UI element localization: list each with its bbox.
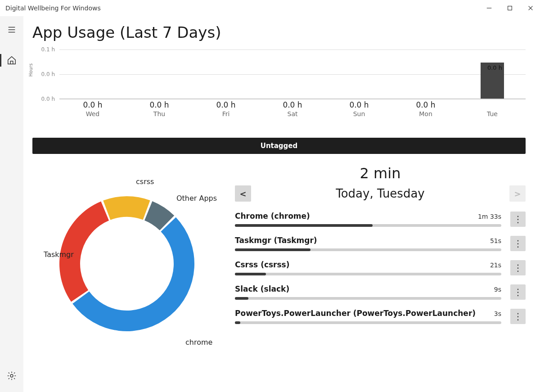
hamburger-icon: [7, 25, 17, 35]
sidebar-item-settings[interactable]: [3, 367, 21, 385]
main-content: App Usage (Last 7 Days) Hours 0.0 h 0.0 …: [23, 16, 540, 392]
maximize-button[interactable]: [506, 4, 514, 12]
bar-x-tick: 0.0 hSat: [270, 100, 315, 117]
app-time-label: 21s: [490, 261, 501, 269]
page-title: App Usage (Last 7 Days): [32, 23, 526, 41]
app-name-label: PowerToys.PowerLauncher (PowerToys.Power…: [235, 309, 476, 318]
bar-day-label: Fri: [203, 110, 248, 117]
sidebar: [0, 16, 23, 392]
bar-day-label: Tue: [470, 110, 515, 117]
next-day-button[interactable]: >: [509, 185, 526, 202]
bar-value-label: 0.0 h: [270, 100, 315, 109]
app-row-menu-button[interactable]: ⋮: [510, 260, 526, 275]
tag-legend-label: Untagged: [261, 142, 298, 150]
usage-detail-panel: 2 min < Today, Tuesday > Chrome (chrome)…: [221, 165, 526, 338]
kebab-icon: ⋮: [513, 238, 522, 249]
bar-value-label: 0.0 h: [203, 100, 248, 109]
previous-day-button[interactable]: <: [235, 185, 251, 202]
app-row-menu-button[interactable]: ⋮: [510, 236, 526, 251]
sidebar-item-home[interactable]: [3, 51, 21, 69]
app-name-label: Slack (slack): [235, 284, 289, 293]
bar-day-label: Sat: [270, 110, 315, 117]
app-row-menu-button[interactable]: ⋮: [510, 212, 526, 227]
app-usage-bar: [235, 321, 501, 324]
weekly-bar-chart: Hours 0.0 h 0.0 h 0.1 h 0.0 hWed0.0 hThu…: [32, 50, 526, 117]
bar-value-label: 0.0 h: [487, 64, 502, 71]
app-usage-row: Slack (slack)9s⋮: [235, 284, 526, 300]
bar: 0.0 h: [481, 63, 504, 99]
kebab-icon: ⋮: [513, 214, 522, 225]
app-row-menu-button[interactable]: ⋮: [510, 309, 526, 324]
app-usage-row: Taskmgr (Taskmgr)51s⋮: [235, 236, 526, 251]
bar-value-label: 0.0 h: [337, 100, 382, 109]
donut-label-other: Other Apps: [176, 194, 217, 203]
bar-x-tick: 0.0 hWed: [70, 100, 115, 117]
current-day-label: Today, Tuesday: [336, 187, 425, 200]
kebab-icon: ⋮: [513, 262, 522, 273]
home-icon: [7, 55, 17, 65]
app-time-label: 3s: [494, 310, 501, 317]
bar-day-label: Thu: [137, 110, 182, 117]
donut-label-taskmgr: Taskmgr: [44, 250, 74, 259]
kebab-icon: ⋮: [513, 287, 522, 297]
svg-point-7: [10, 374, 13, 377]
svg-rect-1: [508, 6, 512, 10]
bar-x-tick: Tue: [470, 109, 515, 117]
app-name-label: Csrss (csrss): [235, 260, 290, 269]
bar-x-tick: 0.0 hThu: [137, 100, 182, 117]
app-time-label: 51s: [490, 237, 501, 244]
y-tick: 0.0 h: [41, 71, 55, 77]
bar-x-tick: 0.0 hFri: [203, 100, 248, 117]
donut-label-chrome: chrome: [185, 338, 212, 347]
minimize-button[interactable]: [485, 4, 493, 12]
donut-chart: csrss Other Apps Taskmgr chrome: [32, 165, 221, 338]
bar-value-label: 0.0 h: [137, 100, 182, 109]
bar-day-label: Wed: [70, 110, 115, 117]
app-row-menu-button[interactable]: ⋮: [510, 284, 526, 300]
app-usage-bar: [235, 297, 501, 300]
title-bar: Digital Wellbeing For Windows: [0, 0, 540, 16]
tag-legend-untagged[interactable]: Untagged: [32, 138, 526, 154]
hamburger-button[interactable]: [3, 21, 21, 39]
app-usage-bar: [235, 273, 501, 275]
app-usage-row: PowerToys.PowerLauncher (PowerToys.Power…: [235, 309, 526, 324]
donut-label-csrss: csrss: [136, 177, 154, 186]
close-icon: [527, 5, 534, 11]
window-controls: [485, 4, 535, 12]
app-usage-bar: [235, 224, 501, 227]
gear-icon: [7, 371, 17, 381]
app-usage-bar: [235, 248, 501, 251]
close-button[interactable]: [526, 4, 535, 12]
app-name-label: Taskmgr (Taskmgr): [235, 236, 317, 245]
bar-value-label: 0.0 h: [403, 100, 448, 109]
bar-day-label: Sun: [337, 110, 382, 117]
bar-value-label: 0.0 h: [70, 100, 115, 109]
bar-x-tick: 0.0 hMon: [403, 100, 448, 117]
bar-day-label: Mon: [403, 110, 448, 117]
bar-x-tick: 0.0 hSun: [337, 100, 382, 117]
minimize-icon: [486, 5, 492, 11]
maximize-icon: [507, 5, 513, 11]
total-time-label: 2 min: [235, 165, 526, 182]
y-tick: 0.1 h: [41, 46, 55, 53]
app-time-label: 9s: [494, 286, 501, 293]
y-tick: 0.0 h: [41, 96, 55, 102]
app-usage-row: Csrss (csrss)21s⋮: [235, 260, 526, 275]
app-time-label: 1m 33s: [478, 213, 501, 220]
app-name-label: Chrome (chrome): [235, 212, 310, 221]
kebab-icon: ⋮: [513, 311, 522, 322]
window-title: Digital Wellbeing For Windows: [5, 5, 101, 12]
app-usage-row: Chrome (chrome)1m 33s⋮: [235, 212, 526, 227]
